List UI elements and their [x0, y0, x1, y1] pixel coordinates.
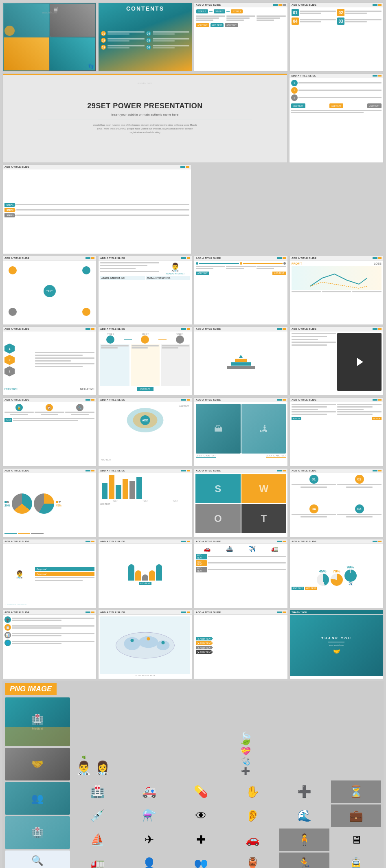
- pie-pct-2: 45%: [56, 504, 61, 507]
- center-circle: TEXT: [44, 285, 56, 297]
- add-text-transport-3[interactable]: ADD TEXT: [196, 567, 207, 572]
- doctor-figure: 👨‍⚕️: [76, 760, 92, 776]
- slide-9[interactable]: ADD A TITLE SLIDE: [194, 256, 288, 325]
- slide-15[interactable]: ADD A TITLE SLIDE 🔒 🏠 �: [2, 397, 96, 467]
- add-text-pie2[interactable]: ADD TEXT: [18, 533, 31, 534]
- video-player[interactable]: [337, 333, 382, 391]
- contents-item-4: 04: [146, 31, 190, 36]
- add-text-label-2: ADD TEXT: [101, 458, 111, 461]
- doctor-stickman: 🌿 👨‍⚕️: [76, 756, 92, 776]
- flow-chart: ADD: [100, 404, 190, 436]
- add-text-btn-3[interactable]: ADD TEXT: [225, 23, 238, 27]
- slide-25-content: 🚗 🚢 ✈️ 🚛 ADD TEXT ADD TEXT ADD T: [194, 544, 287, 605]
- icon-hospital: 🏥: [72, 780, 123, 803]
- icon-hourglass: ⏳: [331, 780, 381, 803]
- add-text-u[interactable]: ADD TEXT: [139, 582, 151, 585]
- slide-3-content: STEP 1 STEP 2 STEP 3: [194, 7, 287, 68]
- add-text-2[interactable]: ADD TEXT: [329, 103, 344, 108]
- slide-1[interactable]: 🖥 👣 asadal.com: [2, 2, 96, 72]
- add-text-3[interactable]: ADD TEXT: [367, 103, 382, 108]
- slide-3[interactable]: ADD A TITLE SLIDE STEP 1 STEP 2 STEP 3: [194, 2, 288, 72]
- add-text-btn[interactable]: ADD TEXT: [196, 23, 209, 27]
- slide-28[interactable]: ADD A TITLE SLIDE CLICK TO ADD TEXT: [98, 610, 192, 679]
- slide-26-header: ADD A TITLE SLIDE: [290, 539, 383, 544]
- slide-thankyou[interactable]: THANK YOU THANK YOU www.asadal.com 🤝: [290, 610, 384, 679]
- add-text-1[interactable]: ADD TEXT: [291, 103, 305, 108]
- add-text-btn-2[interactable]: ADD TEXT: [211, 23, 224, 27]
- our-text-btn[interactable]: OUR TEXT: [137, 387, 154, 391]
- slide-10[interactable]: ADD A TITLE SLIDE PROFIT LOSS: [290, 256, 384, 325]
- slide-14[interactable]: ADD A TITLE SLIDE: [290, 327, 384, 396]
- slide-29[interactable]: ADD A TITLE SLIDE ❯ ADD TEXT ❯ ADD TEXT …: [194, 610, 288, 679]
- add-text-transport-1[interactable]: ADD TEXT: [196, 554, 207, 559]
- arrow-click-1[interactable]: ❯ CLICK TO ADD TEXT: [4, 604, 26, 605]
- slide-27[interactable]: ADD A TITLE SLIDE ➕ 📋 📊: [2, 610, 96, 679]
- add-text-pie[interactable]: ADD TEXT: [4, 533, 17, 534]
- slide-25[interactable]: ADD A TITLE SLIDE 🚗 🚢 ✈️ 🚛 ADD TEXT A: [194, 539, 288, 608]
- slide-5[interactable]: ADD A TITLE SLIDE 1 2 3: [289, 73, 384, 163]
- slide-24[interactable]: ADD A TITLE SLIDE ADD TEXT: [98, 539, 192, 608]
- step3-circle: [176, 335, 184, 344]
- icon-hand-wave: ✋: [228, 780, 278, 803]
- slide-21[interactable]: ADD A TITLE SLIDE S W O T TEXT, TEXT TEX…: [194, 468, 288, 537]
- add-text-gauge[interactable]: ADD TEXT: [292, 587, 304, 590]
- slides-row-8: ADD A TITLE SLIDE ➕ 📋 📊: [2, 610, 384, 679]
- slides-row-5: ADD A TITLE SLIDE 🔒 🏠 �: [2, 397, 384, 467]
- big-title-slide[interactable]: 29SET POWER PRESENTATION Insert your sub…: [2, 73, 287, 163]
- step2-label: STEP 2: [141, 333, 149, 335]
- slide-26-content: 45% 78% 99% ✈️ ADD TEXT ADD TEXT: [290, 544, 383, 605]
- slide-15-content: 🔒 🏠 🔧 TEXT: [3, 402, 96, 463]
- big-subtitle: Insert your subtitle or main author's na…: [111, 113, 178, 116]
- thank-you-divider: [328, 642, 344, 642]
- text-btn-a[interactable]: TEXT: [4, 418, 12, 422]
- icon-cross-med: ✚: [176, 829, 226, 851]
- click-add-map[interactable]: CLICK TO ADD TEXT: [100, 675, 190, 676]
- swot-text-s: TEXT, TEXT: [195, 534, 207, 534]
- gauge-1: [317, 574, 329, 586]
- slide-20-header: ADD A TITLE SLIDE: [99, 469, 192, 473]
- slide-18[interactable]: ADD A TITLE SLIDE: [290, 397, 384, 467]
- slide-12[interactable]: ADD A TITLE SLIDE STEP 1 STEP 2: [98, 327, 192, 396]
- add-text-pie3[interactable]: ADD TEXT: [31, 533, 44, 534]
- slide-6[interactable]: ADD A TITLE SLIDE STEP 1 STEP 2 STEP 3: [2, 164, 191, 254]
- slide-2-contents[interactable]: CONTENTS 01 02 03: [98, 2, 192, 72]
- profit-loss-chart: [292, 266, 382, 290]
- text-btn-left[interactable]: ◀ TEXT: [292, 417, 301, 420]
- add-text-transport-2[interactable]: ADD TEXT: [196, 560, 207, 566]
- step-1: STEP 1: [196, 9, 208, 13]
- bar-1: [102, 483, 107, 499]
- slide-22-content: 01 02 04 03: [290, 473, 383, 534]
- bar-2: [109, 475, 114, 499]
- slide-17[interactable]: ADD A TITLE SLIDE 🏔 🏞 CLICK TO ADD TEXT …: [194, 397, 288, 467]
- slide-11-content: 1 2 3 POSITIVE NEGATIVE: [3, 331, 96, 392]
- slide-16[interactable]: ADD A TITLE SLIDE ADD ADD TEXT ADD TEXT: [98, 397, 192, 467]
- dot-2: [240, 262, 242, 265]
- slide-13[interactable]: ADD A TITLE SLIDE: [194, 327, 288, 396]
- slide-8[interactable]: ADD A TITLE SLIDE 👨‍⚕️ ASADAL INTERNET: [98, 256, 192, 325]
- slide-20[interactable]: ADD A TITLE SLIDE TEXT TEXT TEXT ADD: [98, 468, 192, 537]
- click-add-2[interactable]: CLICK TO ADD TEXT: [266, 454, 286, 458]
- slide-4-content: 01 02 04 03: [290, 7, 383, 68]
- svg-point-10: [161, 641, 164, 644]
- svg-point-8: [130, 639, 134, 642]
- nurse-figure: 👩‍⚕️: [94, 760, 111, 776]
- slide-7[interactable]: ADD A TITLE SLIDE TEXT: [2, 256, 96, 325]
- slide-26[interactable]: ADD A TITLE SLIDE 45% 78% 99%: [290, 539, 384, 608]
- text-btn-right[interactable]: TEXT ▶: [372, 417, 382, 420]
- u-center: [142, 574, 148, 581]
- slide-22[interactable]: ADD A TITLE SLIDE 01 02 04: [290, 468, 384, 537]
- slide-20-content: TEXT TEXT TEXT ADD TEXT: [99, 473, 192, 534]
- svg-text:ADD: ADD: [142, 419, 148, 422]
- click-add-1[interactable]: CLICK TO ADD TEXT: [196, 454, 216, 458]
- pyramid-base: [227, 366, 255, 369]
- contents-title: CONTENTS: [101, 5, 189, 12]
- slide-4[interactable]: ADD A TITLE SLIDE 01 02 04: [290, 2, 384, 72]
- arrow-3: STEP 3: [4, 213, 15, 217]
- add-text-gauge-2[interactable]: ADD TEXT: [305, 587, 318, 590]
- add-text-slide9b: ADD TEXT: [272, 272, 286, 275]
- icon-wave: 🌊: [279, 804, 329, 827]
- slide-23[interactable]: ADD A TITLE SLIDE 👨‍⚕️ Proposal Proposal: [2, 539, 96, 608]
- leaf-icon: 🍃: [238, 731, 253, 745]
- slide-11[interactable]: ADD A TITLE SLIDE 1 2 3: [2, 327, 96, 396]
- slide-19[interactable]: ADD A TITLE SLIDE M 29% W 45%: [2, 468, 96, 537]
